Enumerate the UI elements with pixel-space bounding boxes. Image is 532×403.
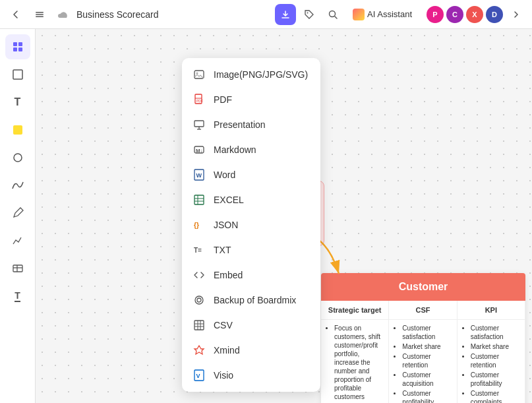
txt-label: TXT <box>214 245 231 255</box>
scorecard-col-headers: Strategic target CSF KPI <box>321 301 525 320</box>
markdown-label: Markdown <box>214 144 256 155</box>
chevron-right-button[interactable] <box>506 4 527 25</box>
ai-icon <box>353 9 365 20</box>
svg-text:W: W <box>196 172 202 179</box>
svg-point-33 <box>195 296 203 304</box>
svg-text:M↓: M↓ <box>196 148 203 154</box>
svg-rect-2 <box>36 16 44 17</box>
visio-label: Visio <box>214 370 233 381</box>
presentation-label: Presentation <box>214 119 266 130</box>
kpi-item-4: Customer profitability <box>471 371 519 388</box>
avatar-p[interactable]: P <box>427 6 444 23</box>
cloud-button[interactable] <box>53 4 74 25</box>
backup-icon <box>192 294 206 307</box>
svg-point-4 <box>330 11 336 16</box>
export-xmind-item[interactable]: Xmind <box>182 338 320 363</box>
image-icon <box>192 68 206 81</box>
svg-text:{}: {} <box>194 222 199 229</box>
svg-point-16 <box>196 73 198 75</box>
csf-item-3: Customer retention <box>402 352 451 369</box>
strategic-item: Focus on customers, shift customer/profi… <box>334 324 383 401</box>
search-button[interactable] <box>322 4 343 25</box>
export-presentation-item[interactable]: Presentation <box>182 112 320 137</box>
avatar-group: P C X D <box>427 6 503 23</box>
svg-text:PDF: PDF <box>196 99 203 103</box>
left-sidebar: T T <box>0 29 36 403</box>
csf-item-5: Customer profitability <box>402 389 451 403</box>
export-txt-item[interactable]: T= TXT <box>182 237 320 263</box>
export-dropdown: Image(PNG/JPG/SVG) PDF PDF Presentation … <box>182 58 320 392</box>
export-word-item[interactable]: W Word <box>182 162 320 187</box>
svg-rect-5 <box>13 42 17 46</box>
csv-icon <box>192 319 206 332</box>
sidebar-pen-button[interactable] <box>5 201 30 226</box>
embed-icon <box>192 268 206 282</box>
csv-label: CSV <box>214 320 233 330</box>
scorecard-table: Customer Strategic target CSF KPI Focus … <box>321 273 525 403</box>
visio-icon: V <box>192 369 206 382</box>
svg-rect-8 <box>18 47 22 51</box>
xmind-label: Xmind <box>214 345 240 356</box>
export-csv-item[interactable]: CSV <box>182 313 320 338</box>
ai-label: AI Assistant <box>367 9 412 19</box>
svg-rect-35 <box>194 321 204 330</box>
sidebar-text-button[interactable]: T <box>5 90 30 115</box>
svg-rect-7 <box>13 47 17 51</box>
menu-button[interactable] <box>29 4 50 25</box>
excel-label: EXCEL <box>214 195 244 205</box>
embed-label: Embed <box>214 270 243 280</box>
download-button[interactable] <box>275 4 296 25</box>
sidebar-text2-button[interactable]: T <box>5 284 30 309</box>
export-json-item[interactable]: {} JSON <box>182 212 320 237</box>
svg-point-11 <box>14 154 22 162</box>
presentation-icon <box>192 118 206 131</box>
txt-icon: T= <box>192 243 206 257</box>
kpi-item-2: Market share <box>471 342 519 351</box>
title-text: Business Scorecard <box>76 9 159 20</box>
toolbar-title: Business Scorecard <box>76 9 159 20</box>
export-pdf-item[interactable]: PDF PDF <box>182 87 320 112</box>
sidebar-frame-button[interactable] <box>5 62 30 87</box>
sidebar-sticky-button[interactable] <box>5 117 30 142</box>
export-embed-item[interactable]: Embed <box>182 263 320 288</box>
svg-rect-20 <box>194 121 204 127</box>
canvas-area: Image(PNG/JPG/SVG) PDF PDF Presentation … <box>36 29 532 403</box>
csf-item-2: Market share <box>402 342 451 351</box>
kpi-item-3: Customer retention <box>471 352 519 369</box>
word-icon: W <box>192 168 206 181</box>
svg-rect-12 <box>13 265 22 272</box>
svg-marker-40 <box>194 346 204 354</box>
export-markdown-item[interactable]: M↓ Markdown <box>182 137 320 162</box>
excel-icon <box>192 193 206 206</box>
svg-text:V: V <box>196 373 200 379</box>
export-image-item[interactable]: Image(PNG/JPG/SVG) <box>182 62 320 87</box>
export-visio-item[interactable]: V Visio <box>182 363 320 388</box>
tag-button[interactable] <box>299 4 320 25</box>
export-excel-item[interactable]: EXCEL <box>182 187 320 212</box>
sidebar-table-button[interactable] <box>5 256 30 281</box>
col-kpi: KPI <box>458 301 525 319</box>
backup-label: Backup of Boardmix <box>214 295 296 305</box>
svg-rect-6 <box>18 42 22 46</box>
image-label: Image(PNG/JPG/SVG) <box>214 69 308 80</box>
pdf-icon: PDF <box>192 93 206 106</box>
pdf-label: PDF <box>214 94 232 105</box>
cell-csf: Customer satisfaction Market share Custo… <box>389 320 457 403</box>
avatar-c[interactable]: C <box>446 6 463 23</box>
svg-rect-1 <box>36 14 44 15</box>
ai-assistant-button[interactable]: AI Assistant <box>346 6 419 23</box>
json-label: JSON <box>214 220 238 230</box>
back-button[interactable] <box>5 4 26 25</box>
cell-strategic: Focus on customers, shift customer/profi… <box>321 320 389 403</box>
cell-kpi: Customer satisfaction Market share Custo… <box>458 320 525 403</box>
sidebar-shape-button[interactable] <box>5 145 30 170</box>
avatar-d[interactable]: D <box>486 6 503 23</box>
sidebar-chart-button[interactable] <box>5 228 30 253</box>
sidebar-curve-button[interactable] <box>5 173 30 198</box>
avatar-x[interactable]: X <box>466 6 483 23</box>
col-csf: CSF <box>389 301 457 319</box>
json-icon: {} <box>192 218 206 232</box>
sidebar-grid-button[interactable] <box>5 34 30 59</box>
svg-point-3 <box>307 12 309 13</box>
export-backup-item[interactable]: Backup of Boardmix <box>182 288 320 313</box>
